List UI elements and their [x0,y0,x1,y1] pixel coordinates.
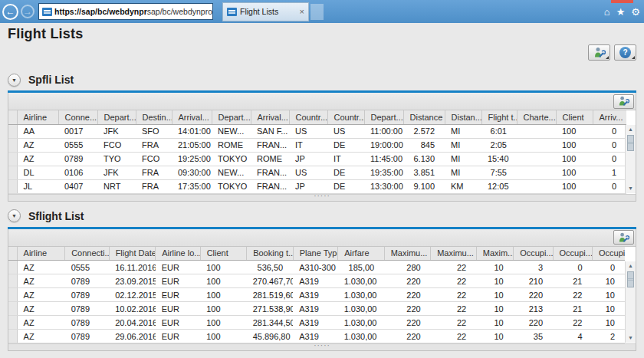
row-selector[interactable] [8,138,17,152]
collapse-toggle-button[interactable]: ▼ [8,74,21,87]
column-header[interactable]: Client [556,110,593,124]
table-cell: 100 [556,152,593,166]
column-header[interactable]: Occupi... [553,247,592,261]
column-header[interactable]: Airline [17,247,65,261]
table-cell: 210 [514,274,553,288]
table-cell: 220 [384,330,431,343]
row-selector[interactable] [8,288,17,302]
vertical-scrollbar[interactable]: ▲ ▼ [625,261,636,343]
column-header[interactable]: Airfare [338,247,385,261]
row-resize-handle[interactable]: ····· [314,341,330,350]
column-header[interactable]: Depart... [212,110,251,124]
table-cell: 0 [593,261,626,274]
column-header[interactable]: Booking t... [247,247,294,261]
column-header[interactable]: Flight Date [109,247,156,261]
row-selector-header[interactable] [8,110,17,124]
tools-gear-icon[interactable]: ⚙ [631,7,640,17]
table-cell: EUR [156,274,201,288]
table-cell: EUR [156,302,201,316]
row-selector[interactable] [8,316,17,330]
row-resize-handle[interactable]: ····· [314,192,330,200]
table-row[interactable]: AZ0555FCOFRA21:05:00ROMEFRAN...ITDE19:00… [8,138,626,152]
collapse-toggle-button[interactable]: ▼ [8,209,21,222]
table-row[interactable]: AZ078910.02.2016EUR100271.538,90A3191.03… [8,302,625,316]
table-cell: 21 [553,274,592,288]
table-cell: 0789 [58,152,97,166]
table-row[interactable]: AZ0789TYOFCO19:25:00TOKYOROMEJPIT11:45:0… [8,152,626,166]
column-header[interactable]: Flight t... [481,110,517,124]
table-row[interactable]: DL0106JFKFRA09:30:00NEW...FRAN...USDE19:… [8,166,626,179]
table-cell: EUR [156,316,201,330]
table-toolbar [8,229,636,247]
table-row[interactable]: AZ078902.12.2015EUR100281.519,60A3191.03… [8,288,625,302]
personalize-button[interactable] [588,44,610,61]
table-cell: 845 [403,138,445,152]
table-cell: 213 [514,302,553,316]
table-cell: IT [289,138,327,152]
dropdown-corner-icon [632,56,635,59]
table-cell: 0106 [58,166,97,179]
favorites-star-icon[interactable]: ★ [616,7,626,17]
back-button[interactable]: ← [2,4,18,20]
column-header[interactable]: Destin... [136,110,172,124]
table-row[interactable]: AA0017JFKSFO14:01:00NEW...SAN F...USUS11… [8,124,626,138]
column-header[interactable]: Depart... [364,110,403,124]
scrollbar-thumb[interactable] [627,271,634,287]
help-button[interactable]: ? [614,44,636,61]
column-header[interactable]: Airline [17,110,58,124]
column-header[interactable]: Conne... [58,110,97,124]
column-header[interactable]: Depart... [97,110,136,124]
column-header[interactable]: Plane Type [293,247,338,261]
table-cell: 100 [200,330,247,343]
address-bar[interactable]: https://sap/bc/webdynprsap/bc/webdynproe… [38,3,213,20]
column-header[interactable]: Arrival... [172,110,212,124]
table-cell: 17:35:00 [172,179,212,193]
new-tab-button[interactable] [310,4,324,20]
forward-arrow-icon: → [23,7,32,16]
column-header[interactable]: Arrival... [251,110,289,124]
vertical-scrollbar[interactable]: ▲ ▼ [625,125,636,193]
scroll-down-icon[interactable]: ▼ [628,184,633,193]
row-selector[interactable] [8,166,17,179]
forward-button[interactable]: → [21,5,34,18]
browser-tab[interactable]: Flight Lists × [222,2,309,21]
row-selector[interactable] [8,302,17,316]
row-selector[interactable] [8,274,17,288]
scroll-up-icon[interactable]: ▲ [628,261,633,271]
row-selector-header[interactable] [8,247,17,261]
row-selector[interactable] [8,261,17,274]
tab-close-icon[interactable]: × [300,7,304,16]
scroll-up-icon[interactable]: ▲ [628,125,633,134]
column-header[interactable]: Occupi... [593,247,626,261]
row-selector[interactable] [8,124,17,138]
column-header[interactable]: Client [200,247,247,261]
column-header[interactable]: Countr... [289,110,327,124]
table-cell: 270.467,70 [247,274,294,288]
page-content: Flight Lists ? ▼ Spfli List [0,23,644,351]
column-header[interactable]: Charte... [517,110,556,124]
row-selector[interactable] [8,330,17,343]
column-header[interactable]: Connecti... [65,247,110,261]
column-header[interactable]: Countr... [327,110,364,124]
column-header[interactable]: Airline lo... [156,247,201,261]
home-icon[interactable]: ⌂ [604,7,610,17]
row-selector[interactable] [8,179,17,193]
scrollbar-thumb[interactable] [627,135,634,151]
scroll-down-icon[interactable]: ▼ [628,333,633,343]
table-row[interactable]: AZ078923.09.2015EUR100270.467,70A3191.03… [8,274,625,288]
column-header[interactable]: Maxim... [476,247,513,261]
window-close-button[interactable] [611,0,633,3]
table-row[interactable]: AZ078920.04.2016EUR100281.344,50A3191.03… [8,316,625,330]
table-row[interactable]: AZ055516.11.2016EUR100536,50A310-300185,… [8,261,625,274]
column-header[interactable]: Arriv... [593,110,626,124]
column-header[interactable]: Maximu... [384,247,431,261]
table-cell: 10 [476,302,513,316]
table-cell: FRAN... [251,138,289,152]
row-selector[interactable] [8,152,17,166]
column-header[interactable]: Distan... [445,110,481,124]
column-header[interactable]: Maximu... [431,247,477,261]
column-header[interactable]: Distance [403,110,445,124]
column-header[interactable]: Occupi... [514,247,553,261]
table-settings-button[interactable] [613,230,634,245]
table-settings-button[interactable] [613,94,634,109]
